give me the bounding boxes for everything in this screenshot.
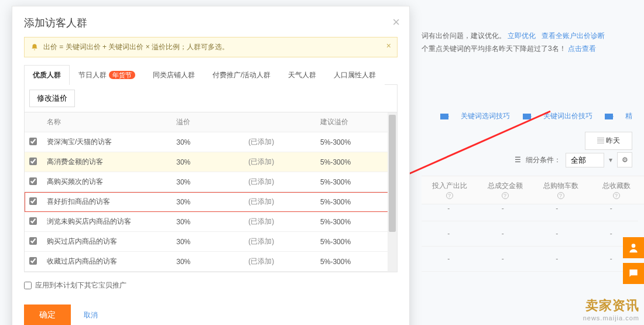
alert-close-icon[interactable]: × bbox=[386, 41, 391, 50]
confirm-button[interactable]: 确定 bbox=[24, 305, 71, 325]
tips-links: 关键词选词技巧 关键词出价技巧 精 bbox=[430, 111, 632, 121]
scrollbar-track[interactable] bbox=[388, 112, 397, 272]
row-premium: 30% bbox=[176, 178, 248, 186]
tab-2[interactable]: 同类店铺人群 bbox=[144, 65, 204, 85]
row-status: (已添加) bbox=[248, 197, 320, 207]
price-formula-alert: 出价 = 关键词出价 + 关键词出价 × 溢价比例；人群可多选。 × bbox=[24, 37, 398, 57]
keyword-bid-tip-link[interactable]: 关键词出价技巧 bbox=[523, 112, 592, 120]
tab-badge: 年货节 bbox=[109, 71, 135, 79]
row-premium: 30% bbox=[176, 258, 248, 266]
banner-text-2: 个重点关键词的平均排名昨天下降超过了3名！ bbox=[422, 45, 566, 53]
row-checkbox[interactable] bbox=[29, 158, 37, 165]
row-checkbox[interactable] bbox=[29, 237, 37, 245]
scrollbar-thumb[interactable] bbox=[389, 115, 396, 232]
row-suggest: 5%-300% bbox=[320, 178, 392, 186]
row-name: 资深淘宝/天猫的访客 bbox=[47, 137, 176, 147]
row-suggest: 5%-300% bbox=[320, 158, 392, 166]
row-checkbox[interactable] bbox=[29, 197, 37, 205]
apply-checkbox[interactable] bbox=[24, 282, 32, 289]
modify-premium-button[interactable]: 修改溢价 bbox=[29, 90, 75, 107]
banner-text: 词有出价问题，建议优化。 bbox=[422, 32, 506, 40]
row-premium: 30% bbox=[176, 138, 248, 146]
filter-label: 细分条件： bbox=[526, 155, 561, 165]
apply-to-other-items: 应用到本计划下其它宝贝推广 bbox=[24, 280, 398, 290]
col-suggest: 建议溢价 bbox=[320, 117, 392, 127]
date-range-button[interactable]: ▤ 昨天 bbox=[585, 132, 632, 150]
row-status: (已添加) bbox=[248, 157, 320, 167]
modal-footer: 确定 取消 bbox=[24, 305, 398, 325]
svg-point-0 bbox=[632, 244, 636, 248]
row-name: 喜好折扣商品的访客 bbox=[47, 197, 176, 207]
camera-icon bbox=[440, 114, 448, 119]
apply-label: 应用到本计划下其它宝贝推广 bbox=[35, 280, 126, 290]
row-name: 高消费金额的访客 bbox=[47, 157, 176, 167]
row-name: 浏览未购买店内商品的访客 bbox=[47, 217, 176, 227]
settings-button[interactable]: ⚙ bbox=[617, 152, 632, 167]
metrics-rows: ---- ---- ---- bbox=[422, 196, 638, 272]
filter-list-icon: ☰ bbox=[515, 156, 521, 164]
row-premium: 30% bbox=[176, 238, 248, 246]
col-premium: 溢价 bbox=[176, 117, 248, 127]
table-row[interactable]: 浏览未购买店内商品的访客30%(已添加)5%-300% bbox=[25, 212, 397, 232]
row-suggest: 5%-300% bbox=[320, 218, 392, 226]
tab-0[interactable]: 优质人群 bbox=[24, 65, 70, 85]
row-status: (已添加) bbox=[248, 177, 320, 187]
view-diagnosis-link[interactable]: 查看全账户出价诊断 bbox=[542, 32, 605, 40]
modal-title: 添加访客人群 × bbox=[12, 6, 409, 37]
tab-5[interactable]: 人口属性人群 bbox=[325, 65, 385, 85]
cancel-button[interactable]: 取消 bbox=[84, 310, 98, 320]
camera-icon bbox=[523, 114, 531, 119]
bell-icon bbox=[30, 43, 39, 52]
float-action-icons bbox=[623, 232, 644, 284]
row-status: (已添加) bbox=[248, 137, 320, 147]
row-suggest: 5%-300% bbox=[320, 198, 392, 206]
row-name: 收藏过店内商品的访客 bbox=[47, 256, 176, 266]
diagnosis-banner: 词有出价问题，建议优化。 立即优化 查看全账户出价诊断 个重点关键词的平均排名昨… bbox=[422, 29, 644, 55]
close-icon[interactable]: × bbox=[392, 15, 400, 30]
watermark: 卖家资讯 news.maijia.com bbox=[583, 297, 639, 321]
row-name: 购买过店内商品的访客 bbox=[47, 237, 176, 247]
toolbar: 修改溢价 bbox=[24, 85, 398, 112]
row-checkbox[interactable] bbox=[29, 138, 37, 145]
row-status: (已添加) bbox=[248, 237, 320, 247]
optimize-now-link[interactable]: 立即优化 bbox=[508, 32, 536, 40]
tab-4[interactable]: 天气人群 bbox=[279, 65, 325, 85]
click-view-link[interactable]: 点击查看 bbox=[568, 45, 596, 53]
audience-table: 名称 溢价 建议溢价 资深淘宝/天猫的访客30%(已添加)5%-300%高消费金… bbox=[24, 112, 398, 272]
row-checkbox[interactable] bbox=[29, 177, 37, 185]
table-header: 名称 溢价 建议溢价 bbox=[25, 112, 397, 132]
row-suggest: 5%-300% bbox=[320, 238, 392, 246]
support-person-icon[interactable] bbox=[623, 237, 644, 258]
row-status: (已添加) bbox=[248, 217, 320, 227]
row-status: (已添加) bbox=[248, 256, 320, 266]
row-checkbox[interactable] bbox=[29, 217, 37, 225]
table-row[interactable]: 喜好折扣商品的访客30%(已添加)5%-300% bbox=[25, 192, 397, 212]
audience-tabs: 优质人群节日人群年货节同类店铺人群付费推广/活动人群天气人群人口属性人群 bbox=[24, 64, 398, 85]
keyword-select-tip-link[interactable]: 关键词选词技巧 bbox=[440, 112, 510, 120]
filter-select[interactable]: 全部 bbox=[566, 153, 604, 167]
extra-tip-link[interactable]: 精 bbox=[605, 112, 632, 120]
chat-icon[interactable] bbox=[623, 263, 644, 284]
row-suggest: 5%-300% bbox=[320, 258, 392, 266]
row-name: 高购买频次的访客 bbox=[47, 177, 176, 187]
row-suggest: 5%-300% bbox=[320, 138, 392, 146]
row-checkbox[interactable] bbox=[29, 257, 37, 265]
row-premium: 30% bbox=[176, 158, 248, 166]
table-row[interactable]: 购买过店内商品的访客30%(已添加)5%-300% bbox=[25, 232, 397, 252]
col-name: 名称 bbox=[47, 117, 176, 127]
filter-bar: ☰ 细分条件： 全部 ▾ ⚙ bbox=[515, 152, 632, 167]
row-premium: 30% bbox=[176, 198, 248, 206]
row-premium: 30% bbox=[176, 218, 248, 226]
camera-icon bbox=[605, 114, 613, 119]
table-row[interactable]: 收藏过店内商品的访客30%(已添加)5%-300% bbox=[25, 252, 397, 272]
add-visitor-group-modal: 添加访客人群 × 出价 = 关键词出价 + 关键词出价 × 溢价比例；人群可多选… bbox=[12, 6, 410, 325]
table-row[interactable]: 高购买频次的访客30%(已添加)5%-300% bbox=[25, 172, 397, 192]
table-row[interactable]: 高消费金额的访客30%(已添加)5%-300% bbox=[25, 152, 397, 172]
tab-1[interactable]: 节日人群年货节 bbox=[70, 65, 144, 85]
tab-3[interactable]: 付费推广/活动人群 bbox=[204, 65, 279, 85]
table-row[interactable]: 资深淘宝/天猫的访客30%(已添加)5%-300% bbox=[25, 132, 397, 152]
